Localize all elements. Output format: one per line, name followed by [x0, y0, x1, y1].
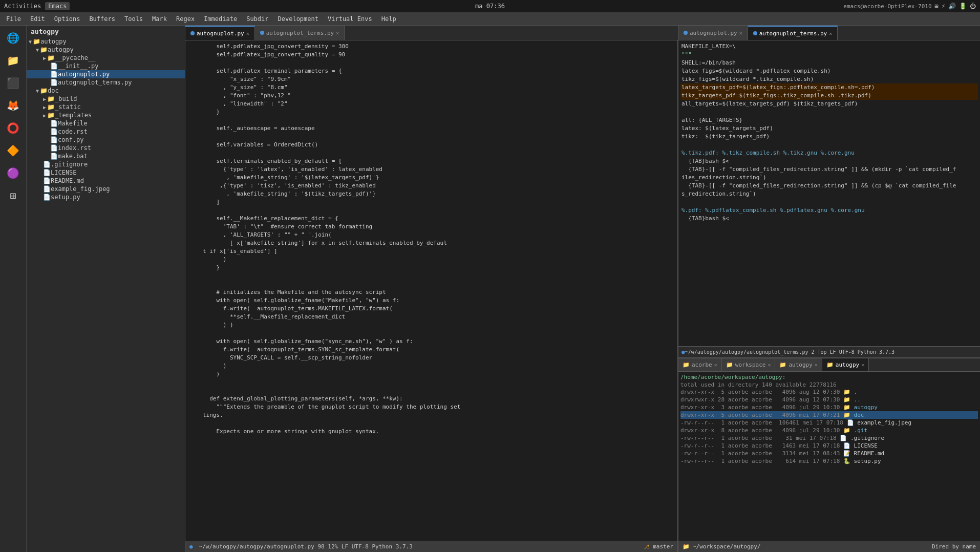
- dired-entry[interactable]: drwxr-xr-x 5 acorbe acorbe 4096 aug 12 0…: [680, 388, 978, 396]
- line-number: [187, 280, 203, 288]
- tree-item--gitignore[interactable]: 📄 .gitignore: [27, 160, 185, 168]
- tree-item-autognuplot_terms-py[interactable]: 📄 autognuplot_terms.py: [27, 78, 185, 87]
- menu-item-virtual envs[interactable]: Virtual Envs: [324, 14, 376, 24]
- menu-item-buffers[interactable]: Buffers: [85, 14, 119, 24]
- menu-item-subdir[interactable]: Subdir: [242, 14, 272, 24]
- tree-item-index-rst[interactable]: 📄 index.rst: [27, 144, 185, 152]
- dired-tab-close[interactable]: ✕: [768, 362, 771, 368]
- tree-item-example_fig-jpeg[interactable]: 📄 example_fig.jpeg: [27, 185, 185, 193]
- dired-filename[interactable]: doc: [850, 412, 864, 418]
- tree-item-_static[interactable]: ▶📁 _static: [27, 103, 185, 111]
- dock-icon-files[interactable]: 📁: [3, 50, 24, 71]
- dired-filename[interactable]: example_fig.jpeg: [854, 419, 912, 426]
- dired-tab-acorbe[interactable]: 📁acorbe ✕: [678, 358, 722, 371]
- tree-item-__pycache__[interactable]: ▶📁 __pycache__: [27, 54, 185, 62]
- tree-item-__init__-py[interactable]: 📄 __init__.py: [27, 62, 185, 70]
- dired-tab-autogpy-autogpy-[interactable]: 📁autogpy ✕: [822, 358, 869, 371]
- dired-tab-autogpy-workspace-[interactable]: 📁autogpy ✕: [775, 358, 822, 371]
- left-tab-autognuplot_terms-py[interactable]: autognuplot_terms.py ✕: [255, 26, 345, 40]
- tab-close-icon[interactable]: ✕: [739, 30, 742, 36]
- dock-icon-emacs[interactable]: 🟣: [3, 163, 24, 183]
- dired-date: jul 29 10:30: [799, 404, 843, 411]
- dired-tab-workspace[interactable]: 📁workspace ✕: [722, 358, 776, 371]
- dired-entry[interactable]: -rw-r--r-- 1 acorbe acorbe 106461 mei 17…: [680, 419, 978, 427]
- dired-filename[interactable]: setup.py: [850, 458, 881, 464]
- dired-filename[interactable]: README.md: [850, 450, 884, 457]
- tree-item-autogpy[interactable]: ▼📁 autogpy: [27, 46, 185, 54]
- menu-item-regex[interactable]: Regex: [172, 14, 199, 24]
- dired-tab-close[interactable]: ✕: [861, 362, 864, 368]
- dired-filename[interactable]: autogpy: [850, 404, 878, 411]
- menu-item-file[interactable]: File: [2, 14, 25, 24]
- line-number: [187, 247, 203, 256]
- dired-entry[interactable]: -rw-r--r-- 1 acorbe acorbe 31 mei 17 07:…: [680, 434, 978, 442]
- left-editor-content[interactable]: self.pdflatex_jpg_convert_density = 300 …: [185, 40, 677, 541]
- line-number: [187, 51, 203, 59]
- tree-item-autogpy[interactable]: ▼📁 autogpy: [27, 37, 185, 46]
- dired-entry[interactable]: -rw-r--r-- 1 acorbe acorbe 1463 mei 17 0…: [680, 442, 978, 450]
- dired-entry[interactable]: drwxr-xr-x 3 acorbe acorbe 4096 jul 29 1…: [680, 404, 978, 411]
- tree-item-code-rst[interactable]: 📄 code.rst: [27, 128, 185, 136]
- code-text: , "linewidth" : "2": [203, 100, 288, 108]
- tree-item-README-md[interactable]: 📄 README.md: [27, 177, 185, 185]
- dired-tab-close[interactable]: ✕: [714, 362, 717, 368]
- tree-item-conf-py[interactable]: 📄 conf.py: [27, 136, 185, 144]
- code-text: , 'ALL_TARGETS' : "" + " ".join(: [203, 231, 332, 239]
- emacs-app-label[interactable]: Emacs: [45, 2, 70, 10]
- dired-entry[interactable]: drwxr-xr-x 5 acorbe acorbe 4096 mei 17 0…: [680, 411, 978, 419]
- dock-icon-terminal[interactable]: ⬛: [3, 73, 24, 93]
- menu-item-options[interactable]: Options: [50, 14, 84, 24]
- left-status-bar: ● ~/w/autogpy/autogpy/autognuplot.py 98 …: [185, 541, 677, 552]
- menu-item-immediate[interactable]: Immediate: [200, 14, 241, 24]
- dired-tab-close[interactable]: ✕: [815, 362, 818, 368]
- code-line: ): [185, 370, 677, 378]
- dired-entry[interactable]: drwxrwxr-x 28 acorbe acorbe 4096 aug 12 …: [680, 396, 978, 404]
- tree-item-Makefile[interactable]: 📄 Makefile: [27, 119, 185, 128]
- tree-label: autognuplot_terms.py: [58, 79, 132, 86]
- tree-item-doc[interactable]: ▼📁 doc: [27, 87, 185, 95]
- dired-entry[interactable]: -rw-r--r-- 1 acorbe acorbe 614 mei 17 07…: [680, 457, 978, 465]
- tree-item-_templates[interactable]: ▶📁 _templates: [27, 111, 185, 119]
- right-tab-autognuplot-py[interactable]: autognuplot.py ✕: [678, 26, 748, 40]
- dired-filename[interactable]: .gitignore: [847, 435, 884, 441]
- code-line: }: [185, 264, 677, 272]
- code-text: , "font" : "phv,12 ": [203, 92, 291, 100]
- right-tab-autognuplot_terms-py[interactable]: autognuplot_terms.py ✕: [748, 26, 838, 40]
- dired-links: 1: [718, 450, 728, 457]
- tab-close-icon[interactable]: ✕: [829, 31, 832, 36]
- tab-close-icon[interactable]: ✕: [246, 31, 249, 36]
- menu-item-mark[interactable]: Mark: [148, 14, 171, 24]
- dired-sort: Dired by name: [932, 543, 976, 550]
- tree-item-LICENSE[interactable]: 📄 LICENSE: [27, 168, 185, 177]
- dock-icon-firefox[interactable]: 🦊: [3, 95, 24, 116]
- dock-icon-apps[interactable]: ⊞: [3, 185, 24, 206]
- dired-entry[interactable]: drwxr-xr-x 8 acorbe acorbe 4096 jul 29 1…: [680, 427, 978, 434]
- tab-dot-icon: [190, 31, 195, 35]
- code-text: self._autoescape = autoescape: [203, 124, 315, 133]
- tree-item-setup-py[interactable]: 📄 setup.py: [27, 193, 185, 201]
- dired-filename[interactable]: LICENSE: [850, 442, 878, 449]
- menu-item-edit[interactable]: Edit: [26, 14, 49, 24]
- tab-close-icon[interactable]: ✕: [336, 30, 339, 36]
- tree-item-_build[interactable]: ▶📁 _build: [27, 95, 185, 103]
- activities-label[interactable]: Activities: [4, 3, 41, 10]
- menu-item-development[interactable]: Development: [274, 14, 323, 24]
- right-editor-content[interactable]: MAKEFILE_LATEX=\"""SHELL:=/bin/bashlatex…: [678, 40, 980, 346]
- dired-perms: drwxr-xr-x: [680, 427, 718, 434]
- hostname-label: emacs@acorbe-OptiPlex-7010: [843, 3, 931, 10]
- tab-dot-icon: [684, 31, 688, 35]
- dock-icon-vlc[interactable]: 🔶: [3, 140, 24, 161]
- menu-item-help[interactable]: Help: [377, 14, 400, 24]
- dired-entry[interactable]: -rw-r--r-- 1 acorbe acorbe 3134 mei 17 0…: [680, 450, 978, 457]
- left-tab-autognuplot-py[interactable]: autognuplot.py ✕: [185, 26, 255, 40]
- dired-content[interactable]: /home/acorbe/workspace/autogpy: total us…: [678, 372, 980, 541]
- tree-item-autognuplot-py[interactable]: 📄 autognuplot.py: [27, 70, 185, 78]
- dired-filename[interactable]: ..: [850, 396, 861, 403]
- menu-item-tools[interactable]: Tools: [120, 14, 147, 24]
- code-line: self.variables = OrderedDict(): [185, 141, 677, 149]
- dired-filename[interactable]: .: [850, 389, 857, 395]
- dock-icon-chrome[interactable]: 🌐: [3, 28, 24, 48]
- dired-filename[interactable]: .git: [850, 427, 867, 434]
- tree-item-make-bat[interactable]: 📄 make.bat: [27, 152, 185, 160]
- dock-icon-opera[interactable]: ⭕: [3, 118, 24, 138]
